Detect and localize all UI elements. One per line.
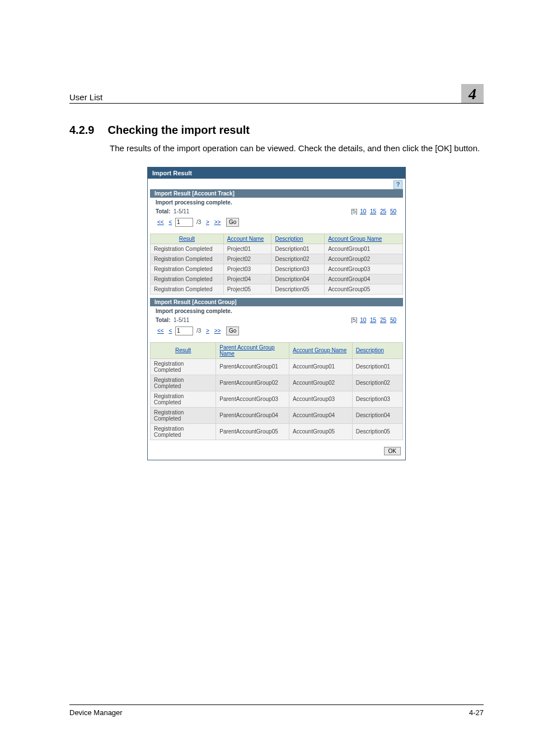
prev-page-link[interactable]: < — [168, 219, 172, 225]
first-page-link[interactable]: << — [157, 328, 164, 334]
track-total: Total: 1-5/11 — [156, 208, 189, 214]
track-section-header: Import Result [Account Track] — [150, 189, 403, 198]
go-button[interactable]: Go — [226, 326, 239, 335]
help-icon[interactable]: ? — [394, 180, 402, 189]
group-status: Import processing complete. — [150, 306, 403, 316]
section-body: The results of the import operation can … — [110, 142, 484, 155]
dialog-title: Import Result — [148, 167, 405, 179]
go-button[interactable]: Go — [226, 218, 239, 227]
group-section-header: Import Result [Account Group] — [150, 298, 403, 306]
col-parent-group[interactable]: Parent Account Group Name — [216, 342, 289, 358]
footer-right: 4-27 — [469, 708, 484, 717]
table-row: Registration CompletedParentAccountGroup… — [151, 407, 403, 423]
import-result-dialog: Import Result ? Import Result [Account T… — [147, 167, 406, 460]
last-page-link[interactable]: >> — [214, 328, 221, 334]
page-input[interactable] — [175, 326, 193, 335]
col-description[interactable]: Description — [352, 342, 402, 358]
table-row: Registration CompletedProject01Descripti… — [151, 244, 403, 254]
col-result[interactable]: Result — [151, 342, 216, 358]
table-row: Registration CompletedProject04Descripti… — [151, 274, 403, 284]
group-pager[interactable]: << < /3 > >> Go — [150, 325, 403, 339]
col-account-name[interactable]: Account Name — [223, 234, 271, 244]
group-total: Total: 1-5/11 — [156, 317, 189, 323]
col-result[interactable]: Result — [151, 234, 224, 244]
table-row: Registration CompletedParentAccountGroup… — [151, 375, 403, 391]
section-heading: 4.2.9 Checking the import result — [69, 124, 484, 137]
page-footer: Device Manager 4-27 — [69, 704, 484, 717]
table-row: Registration CompletedParentAccountGroup… — [151, 391, 403, 407]
table-row: Registration CompletedParentAccountGroup… — [151, 423, 403, 440]
col-account-group-name[interactable]: Account Group Name — [325, 234, 403, 244]
track-table: Result Account Name Description Account … — [150, 234, 403, 295]
next-page-link[interactable]: > — [206, 219, 209, 225]
table-row: Registration CompletedProject03Descripti… — [151, 264, 403, 274]
chapter-number: 4 — [461, 84, 484, 103]
page-input[interactable] — [175, 218, 193, 227]
first-page-link[interactable]: << — [157, 219, 164, 225]
table-row: Registration CompletedParentAccountGroup… — [151, 358, 403, 375]
header-title: User List — [69, 92, 461, 102]
footer-left: Device Manager — [69, 708, 123, 717]
page-header: User List 4 — [69, 84, 484, 104]
prev-page-link[interactable]: < — [168, 328, 172, 334]
ok-button[interactable]: OK — [384, 447, 401, 455]
track-status: Import processing complete. — [150, 198, 403, 207]
col-group-name[interactable]: Account Group Name — [289, 342, 353, 358]
track-page-size[interactable]: [5] 10 15 25 50 — [351, 208, 397, 214]
group-page-size[interactable]: [5] 10 15 25 50 — [351, 317, 397, 323]
table-row: Registration CompletedProject05Descripti… — [151, 284, 403, 294]
table-row: Registration CompletedProject02Descripti… — [151, 254, 403, 264]
last-page-link[interactable]: >> — [214, 219, 221, 225]
section-number: 4.2.9 — [69, 124, 94, 137]
next-page-link[interactable]: > — [206, 328, 209, 334]
col-description[interactable]: Description — [271, 234, 325, 244]
group-table: Result Parent Account Group Name Account… — [150, 342, 403, 440]
section-title: Checking the import result — [107, 124, 249, 137]
track-pager[interactable]: << < /3 > >> Go — [150, 217, 403, 230]
